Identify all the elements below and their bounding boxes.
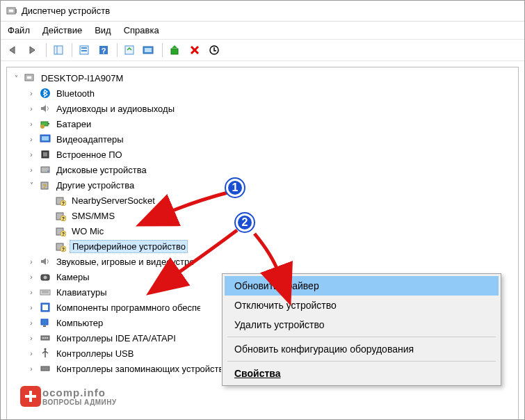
svg-text:?: ? [42, 183, 47, 190]
speaker-icon [39, 102, 51, 115]
help-button[interactable]: ? [95, 42, 113, 58]
toolbar-separator [162, 43, 163, 57]
chevron-right-icon[interactable]: › [26, 120, 36, 128]
tree-item-label: Аудиовходы и аудиовыходы [54, 103, 177, 115]
tree-item-label: Контроллеры запоминающих устройств [54, 363, 221, 375]
chevron-right-icon[interactable]: › [26, 304, 36, 312]
tree-item-label: Камеры [54, 271, 92, 283]
svg-rect-55 [41, 366, 49, 371]
tree-sms[interactable]: ? SMS/MMS [38, 208, 518, 223]
chevron-right-icon[interactable]: › [26, 90, 36, 97]
chevron-down-icon[interactable]: ˅ [11, 74, 21, 82]
tree-item-label: Контроллеры USB [54, 348, 136, 360]
tree-peripheral[interactable]: ? Периферийное устройство Bluetooth [38, 239, 518, 254]
svg-rect-24 [43, 152, 47, 156]
uninstall-button[interactable] [205, 42, 223, 58]
svg-rect-2 [15, 9, 17, 13]
chevron-right-icon[interactable]: › [26, 105, 36, 113]
unknown-device-icon: ? [54, 240, 67, 252]
toolbar-separator [72, 43, 72, 57]
watermark-line1: ocomp.info [42, 387, 117, 398]
unknown-device-icon: ? [54, 209, 67, 222]
show-button[interactable] [50, 42, 68, 58]
watermark-line2: ВОПРОСЫ АДМИНУ [42, 398, 117, 406]
cm-scan[interactable]: Обновить конфигурацию оборудования [225, 339, 499, 359]
app-icon [6, 6, 17, 17]
unknown-device-icon: ? [39, 179, 51, 191]
tree-item-label: Компоненты программного обеспечения [54, 302, 200, 314]
svg-point-42 [44, 276, 47, 280]
svg-rect-52 [45, 337, 46, 339]
svg-text:?: ? [62, 232, 65, 236]
cm-update-driver[interactable]: Обновить драйвер [225, 276, 499, 296]
chevron-right-icon[interactable]: › [26, 136, 36, 143]
chevron-down-icon[interactable]: ˅ [26, 181, 36, 189]
back-button[interactable] [5, 42, 23, 58]
tree-firmware[interactable]: › Встроенное ПО [22, 147, 518, 162]
cm-properties[interactable]: Свойства [225, 364, 499, 383]
cm-separator [227, 337, 496, 337]
svg-rect-53 [47, 337, 48, 339]
svg-rect-1 [8, 9, 14, 13]
svg-text:?: ? [102, 47, 106, 55]
tree-womic[interactable]: ? WO Mic [38, 223, 518, 239]
chevron-right-icon[interactable]: › [26, 350, 36, 357]
remove-button[interactable] [186, 42, 204, 58]
tree-sound[interactable]: › Звуковые, игровые и видеоустройства [22, 254, 518, 269]
tree-item-label: Клавиатуры [54, 286, 109, 298]
svg-rect-22 [42, 136, 49, 140]
chevron-right-icon[interactable]: › [26, 166, 36, 174]
forward-button[interactable] [24, 42, 42, 58]
toolbar-separator [46, 43, 47, 57]
cm-uninstall[interactable]: Удалить устройство [225, 315, 499, 334]
window-title: Диспетчер устройств [22, 6, 110, 16]
unknown-device-icon: ? [54, 194, 67, 207]
svg-rect-13 [171, 49, 178, 54]
tree-batteries[interactable]: › Батареи [22, 116, 518, 131]
tree-root[interactable]: ˅ DESKTOP-I1A907M [7, 70, 518, 86]
watermark: ocomp.info ВОПРОСЫ АДМИНУ [20, 386, 117, 407]
tree-video[interactable]: › Видеоадаптеры [22, 131, 518, 147]
menu-action[interactable]: Действие [42, 25, 82, 35]
tree-item-label: WO Mic [70, 225, 106, 237]
chevron-right-icon[interactable]: › [26, 334, 36, 342]
cm-disable[interactable]: Отключить устройство [225, 296, 499, 315]
tree-nearby[interactable]: ? NearbyServerSocket [38, 193, 518, 208]
menubar: Файл Действие Вид Справка [1, 22, 524, 39]
properties-button[interactable] [76, 42, 94, 58]
tree-item-label: Батареи [54, 118, 93, 130]
svg-rect-6 [81, 47, 87, 49]
tree-item-label: NearbyServerSocket [70, 195, 157, 207]
svg-point-26 [47, 170, 49, 172]
scan-button[interactable] [121, 42, 139, 58]
tree-disks[interactable]: › Дисковые устройства [22, 162, 518, 177]
svg-text:?: ? [62, 216, 65, 221]
update-driver-button[interactable] [166, 42, 184, 58]
tree-item-label: Встроенное ПО [54, 149, 124, 161]
chevron-right-icon[interactable]: › [26, 289, 36, 296]
show-devices-button[interactable] [140, 42, 159, 58]
chevron-right-icon[interactable]: › [26, 273, 36, 281]
disk-icon [39, 163, 51, 176]
tree-other[interactable]: ˅ ? Другие устройства [22, 177, 518, 193]
menu-view[interactable]: Вид [95, 25, 111, 35]
tree-audio[interactable]: › Аудиовходы и аудиовыходы [22, 101, 518, 116]
chevron-right-icon[interactable]: › [26, 365, 36, 373]
svg-text:?: ? [62, 247, 65, 252]
computer-icon [39, 316, 51, 329]
toolbar-separator [117, 43, 118, 57]
menu-file[interactable]: Файл [8, 25, 30, 35]
camera-icon [39, 270, 51, 283]
chevron-right-icon[interactable]: › [26, 319, 36, 327]
chevron-right-icon[interactable]: › [26, 258, 36, 266]
computer-icon [24, 72, 36, 84]
tree-root-label: DESKTOP-I1A907M [39, 72, 125, 84]
menu-help[interactable]: Справка [124, 25, 159, 35]
chevron-right-icon[interactable]: › [26, 151, 36, 159]
tree-item-label: Контроллеры IDE ATA/ATAPI [54, 332, 178, 344]
svg-rect-12 [145, 48, 152, 52]
toolbar: ? [1, 39, 524, 61]
svg-rect-7 [81, 50, 87, 51]
tree-bluetooth[interactable]: › Bluetooth [22, 86, 518, 101]
tree-item-label: Компьютер [54, 317, 105, 329]
